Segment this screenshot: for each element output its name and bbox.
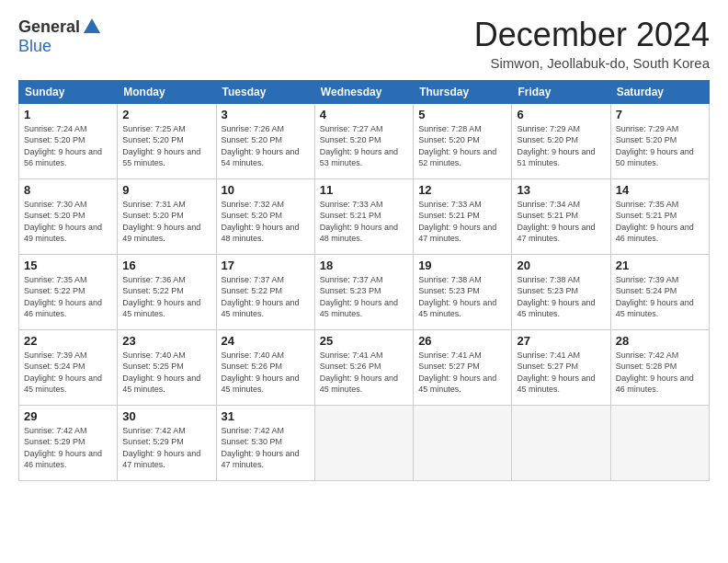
day-info: Sunrise: 7:37 AM Sunset: 5:22 PM Dayligh… bbox=[222, 274, 310, 320]
day-number: 3 bbox=[222, 108, 310, 121]
col-sunday: Sunday bbox=[19, 80, 118, 103]
calendar-cell bbox=[314, 405, 413, 480]
day-info: Sunrise: 7:28 AM Sunset: 5:20 PM Dayligh… bbox=[418, 123, 506, 169]
calendar-row-3: 15 Sunrise: 7:35 AM Sunset: 5:22 PM Dayl… bbox=[19, 254, 710, 329]
calendar-cell: 24 Sunrise: 7:40 AM Sunset: 5:26 PM Dayl… bbox=[216, 329, 314, 405]
calendar-cell bbox=[512, 405, 610, 480]
day-info: Sunrise: 7:41 AM Sunset: 5:26 PM Dayligh… bbox=[320, 350, 408, 396]
day-number: 8 bbox=[24, 183, 112, 197]
day-info: Sunrise: 7:42 AM Sunset: 5:30 PM Dayligh… bbox=[222, 425, 310, 471]
logo-icon bbox=[82, 17, 102, 37]
col-thursday: Thursday bbox=[414, 80, 512, 103]
calendar-cell: 5 Sunrise: 7:28 AM Sunset: 5:20 PM Dayli… bbox=[414, 103, 512, 178]
day-number: 14 bbox=[616, 183, 704, 197]
day-number: 15 bbox=[24, 259, 112, 272]
day-number: 28 bbox=[616, 334, 704, 348]
logo: General Blue bbox=[18, 17, 102, 56]
day-info: Sunrise: 7:27 AM Sunset: 5:20 PM Dayligh… bbox=[320, 123, 408, 169]
calendar-cell: 7 Sunrise: 7:29 AM Sunset: 5:20 PM Dayli… bbox=[610, 103, 709, 178]
calendar-cell: 11 Sunrise: 7:33 AM Sunset: 5:21 PM Dayl… bbox=[314, 178, 413, 254]
svg-marker-0 bbox=[84, 18, 100, 33]
logo-blue-text: Blue bbox=[18, 37, 51, 55]
calendar-cell: 8 Sunrise: 7:30 AM Sunset: 5:20 PM Dayli… bbox=[19, 178, 118, 254]
day-info: Sunrise: 7:33 AM Sunset: 5:21 PM Dayligh… bbox=[320, 199, 408, 245]
location-subtitle: Simwon, Jeollabuk-do, South Korea bbox=[474, 55, 710, 71]
day-info: Sunrise: 7:41 AM Sunset: 5:27 PM Dayligh… bbox=[418, 350, 506, 396]
calendar-cell: 1 Sunrise: 7:24 AM Sunset: 5:20 PM Dayli… bbox=[19, 103, 118, 178]
month-title: December 2024 bbox=[474, 17, 710, 53]
day-number: 5 bbox=[418, 108, 506, 121]
logo-general-text: General bbox=[18, 17, 80, 37]
header: General Blue December 2024 Simwon, Jeoll… bbox=[18, 17, 710, 71]
calendar-cell: 15 Sunrise: 7:35 AM Sunset: 5:22 PM Dayl… bbox=[19, 254, 118, 329]
day-info: Sunrise: 7:32 AM Sunset: 5:20 PM Dayligh… bbox=[222, 199, 310, 245]
calendar-cell: 12 Sunrise: 7:33 AM Sunset: 5:21 PM Dayl… bbox=[414, 178, 512, 254]
day-info: Sunrise: 7:38 AM Sunset: 5:23 PM Dayligh… bbox=[517, 274, 605, 320]
day-info: Sunrise: 7:42 AM Sunset: 5:29 PM Dayligh… bbox=[24, 425, 112, 471]
day-number: 20 bbox=[517, 259, 605, 272]
day-info: Sunrise: 7:35 AM Sunset: 5:22 PM Dayligh… bbox=[24, 274, 112, 320]
day-number: 1 bbox=[24, 108, 112, 121]
day-number: 10 bbox=[222, 183, 310, 197]
calendar-cell: 9 Sunrise: 7:31 AM Sunset: 5:20 PM Dayli… bbox=[118, 178, 216, 254]
calendar-cell: 20 Sunrise: 7:38 AM Sunset: 5:23 PM Dayl… bbox=[512, 254, 610, 329]
day-info: Sunrise: 7:40 AM Sunset: 5:26 PM Dayligh… bbox=[222, 350, 310, 396]
day-number: 21 bbox=[616, 259, 704, 272]
day-info: Sunrise: 7:40 AM Sunset: 5:25 PM Dayligh… bbox=[122, 350, 210, 396]
day-number: 16 bbox=[122, 259, 210, 272]
day-info: Sunrise: 7:42 AM Sunset: 5:28 PM Dayligh… bbox=[616, 350, 704, 396]
day-number: 27 bbox=[517, 334, 605, 348]
day-number: 26 bbox=[418, 334, 506, 348]
day-info: Sunrise: 7:39 AM Sunset: 5:24 PM Dayligh… bbox=[24, 350, 112, 396]
day-number: 22 bbox=[24, 334, 112, 348]
calendar-cell: 19 Sunrise: 7:38 AM Sunset: 5:23 PM Dayl… bbox=[414, 254, 512, 329]
day-number: 23 bbox=[122, 334, 210, 348]
calendar-cell: 13 Sunrise: 7:34 AM Sunset: 5:21 PM Dayl… bbox=[512, 178, 610, 254]
col-friday: Friday bbox=[512, 80, 610, 103]
day-info: Sunrise: 7:31 AM Sunset: 5:20 PM Dayligh… bbox=[122, 199, 210, 245]
day-number: 30 bbox=[122, 409, 210, 423]
calendar-cell: 17 Sunrise: 7:37 AM Sunset: 5:22 PM Dayl… bbox=[216, 254, 314, 329]
calendar-cell: 29 Sunrise: 7:42 AM Sunset: 5:29 PM Dayl… bbox=[19, 405, 118, 480]
col-monday: Monday bbox=[118, 80, 216, 103]
calendar-cell: 28 Sunrise: 7:42 AM Sunset: 5:28 PM Dayl… bbox=[610, 329, 709, 405]
calendar-cell: 2 Sunrise: 7:25 AM Sunset: 5:20 PM Dayli… bbox=[118, 103, 216, 178]
calendar-cell bbox=[610, 405, 709, 480]
day-info: Sunrise: 7:26 AM Sunset: 5:20 PM Dayligh… bbox=[222, 123, 310, 169]
day-number: 9 bbox=[122, 183, 210, 197]
day-number: 11 bbox=[320, 183, 408, 197]
calendar-cell: 23 Sunrise: 7:40 AM Sunset: 5:25 PM Dayl… bbox=[118, 329, 216, 405]
col-tuesday: Tuesday bbox=[216, 80, 314, 103]
calendar-cell: 31 Sunrise: 7:42 AM Sunset: 5:30 PM Dayl… bbox=[216, 405, 314, 480]
day-number: 24 bbox=[222, 334, 310, 348]
calendar-row-5: 29 Sunrise: 7:42 AM Sunset: 5:29 PM Dayl… bbox=[19, 405, 710, 480]
day-info: Sunrise: 7:42 AM Sunset: 5:29 PM Dayligh… bbox=[122, 425, 210, 471]
calendar-cell: 22 Sunrise: 7:39 AM Sunset: 5:24 PM Dayl… bbox=[19, 329, 118, 405]
calendar-row-2: 8 Sunrise: 7:30 AM Sunset: 5:20 PM Dayli… bbox=[19, 178, 710, 254]
page: General Blue December 2024 Simwon, Jeoll… bbox=[0, 0, 728, 490]
day-number: 2 bbox=[122, 108, 210, 121]
calendar-cell: 30 Sunrise: 7:42 AM Sunset: 5:29 PM Dayl… bbox=[118, 405, 216, 480]
day-info: Sunrise: 7:33 AM Sunset: 5:21 PM Dayligh… bbox=[418, 199, 506, 245]
calendar-cell: 4 Sunrise: 7:27 AM Sunset: 5:20 PM Dayli… bbox=[314, 103, 413, 178]
day-info: Sunrise: 7:25 AM Sunset: 5:20 PM Dayligh… bbox=[122, 123, 210, 169]
day-info: Sunrise: 7:24 AM Sunset: 5:20 PM Dayligh… bbox=[24, 123, 112, 169]
title-block: December 2024 Simwon, Jeollabuk-do, Sout… bbox=[474, 17, 710, 71]
calendar-cell: 25 Sunrise: 7:41 AM Sunset: 5:26 PM Dayl… bbox=[314, 329, 413, 405]
calendar-cell bbox=[414, 405, 512, 480]
day-number: 7 bbox=[616, 108, 704, 121]
day-info: Sunrise: 7:37 AM Sunset: 5:23 PM Dayligh… bbox=[320, 274, 408, 320]
day-number: 4 bbox=[320, 108, 408, 121]
day-info: Sunrise: 7:30 AM Sunset: 5:20 PM Dayligh… bbox=[24, 199, 112, 245]
day-number: 13 bbox=[517, 183, 605, 197]
calendar-row-4: 22 Sunrise: 7:39 AM Sunset: 5:24 PM Dayl… bbox=[19, 329, 710, 405]
calendar-cell: 6 Sunrise: 7:29 AM Sunset: 5:20 PM Dayli… bbox=[512, 103, 610, 178]
day-number: 29 bbox=[24, 409, 112, 423]
day-number: 31 bbox=[222, 409, 310, 423]
calendar-cell: 3 Sunrise: 7:26 AM Sunset: 5:20 PM Dayli… bbox=[216, 103, 314, 178]
day-info: Sunrise: 7:38 AM Sunset: 5:23 PM Dayligh… bbox=[418, 274, 506, 320]
calendar-cell: 21 Sunrise: 7:39 AM Sunset: 5:24 PM Dayl… bbox=[610, 254, 709, 329]
calendar-cell: 14 Sunrise: 7:35 AM Sunset: 5:21 PM Dayl… bbox=[610, 178, 709, 254]
day-info: Sunrise: 7:29 AM Sunset: 5:20 PM Dayligh… bbox=[616, 123, 704, 169]
calendar-cell: 18 Sunrise: 7:37 AM Sunset: 5:23 PM Dayl… bbox=[314, 254, 413, 329]
